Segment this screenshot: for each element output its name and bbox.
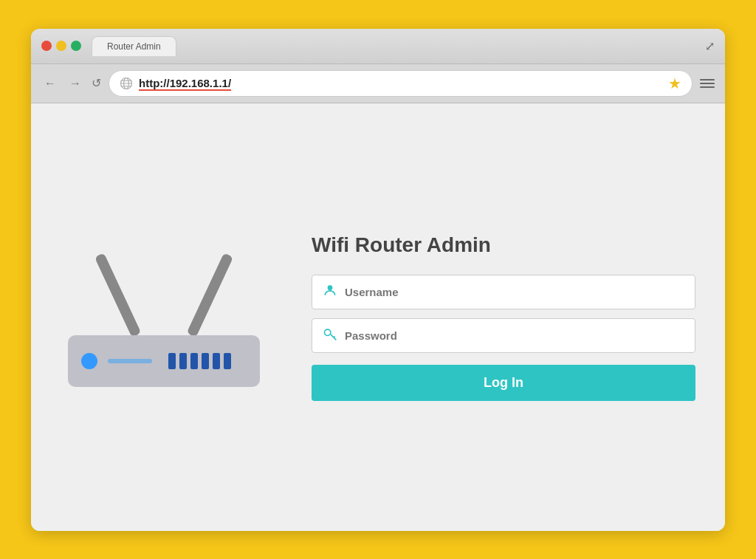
address-bar-row: ← → ↺ http://192.168.1.1/ ★	[31, 64, 725, 103]
browser-tab[interactable]: Router Admin	[92, 36, 176, 56]
router-port-2	[179, 353, 187, 369]
router-port-1	[168, 353, 176, 369]
maximize-button[interactable]	[71, 41, 81, 51]
login-button[interactable]: Log In	[312, 365, 695, 401]
minimize-button[interactable]	[56, 41, 66, 51]
traffic-lights	[41, 41, 81, 51]
username-input[interactable]	[345, 286, 684, 298]
browser-window: Router Admin ⤢ ← → ↺ http://192.168.1.1/…	[31, 29, 725, 531]
password-group	[312, 318, 695, 353]
back-button[interactable]: ←	[41, 75, 59, 92]
title-bar: Router Admin ⤢	[31, 29, 725, 64]
router-port-3	[190, 353, 198, 369]
hamburger-line-3	[700, 86, 715, 88]
forward-button[interactable]: →	[66, 75, 84, 92]
svg-point-6	[325, 329, 331, 335]
router-led	[81, 353, 97, 369]
router-port-6	[224, 353, 231, 369]
hamburger-line-2	[700, 83, 715, 84]
page-content: Wifi Router Admin	[31, 103, 725, 531]
globe-icon	[120, 77, 133, 90]
svg-line-8	[334, 336, 335, 337]
bookmark-star-icon[interactable]: ★	[668, 75, 681, 92]
router-port-5	[213, 353, 220, 369]
close-button[interactable]	[41, 41, 52, 51]
login-title: Wifi Router Admin	[312, 233, 695, 257]
password-input-wrapper	[312, 318, 695, 353]
password-input[interactable]	[345, 329, 684, 342]
page-inner: Wifi Router Admin	[61, 233, 695, 401]
tab-label: Router Admin	[107, 41, 161, 52]
tab-area: Router Admin	[92, 36, 699, 56]
antenna-right	[187, 253, 233, 337]
url-text: http://192.168.1.1/	[139, 77, 231, 89]
router-illustration	[61, 247, 267, 387]
menu-icon[interactable]	[700, 79, 715, 88]
router-ports	[168, 353, 231, 369]
user-icon	[323, 283, 337, 301]
address-bar[interactable]: http://192.168.1.1/ ★	[109, 70, 693, 97]
router-body	[68, 335, 260, 387]
antennas	[131, 247, 196, 343]
svg-point-5	[328, 285, 333, 290]
hamburger-line-1	[700, 79, 715, 80]
antenna-left	[94, 253, 141, 337]
key-icon	[323, 326, 337, 345]
refresh-button[interactable]: ↺	[92, 76, 101, 90]
router-bar	[108, 359, 152, 363]
expand-icon[interactable]: ⤢	[705, 39, 715, 53]
router-port-4	[202, 353, 209, 369]
username-group	[312, 275, 695, 309]
username-input-wrapper	[312, 275, 695, 309]
login-section: Wifi Router Admin	[312, 233, 695, 401]
